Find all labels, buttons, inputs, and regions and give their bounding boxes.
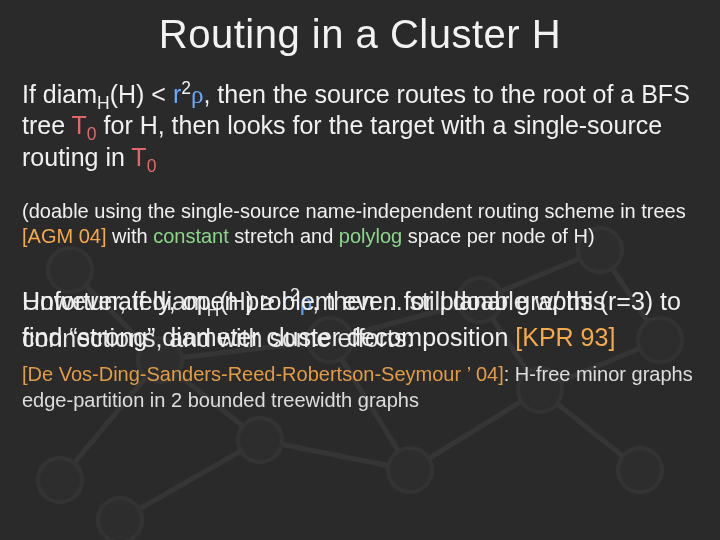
overlap-front-layer: Unfortunately, open problem even for pla… xyxy=(22,283,698,356)
paragraph-1: If diamH(H) < r2ρ, then the source route… xyxy=(22,79,698,173)
paragraph-2: (doable using the single-source name-ind… xyxy=(22,199,698,249)
p1-sub0a: 0 xyxy=(87,124,97,144)
svg-point-14 xyxy=(38,458,82,502)
p2-t3: stretch and xyxy=(229,225,339,247)
svg-point-25 xyxy=(618,448,662,492)
overlapping-paragraphs: However, if diamH(H) ≥ r2ρ, then ... sti… xyxy=(22,283,698,453)
p1-t4: for H, then looks for the target with a … xyxy=(22,111,662,170)
p2-t1: (doable using the single-source name-ind… xyxy=(22,200,686,222)
p2-polylog: polylog xyxy=(339,225,402,247)
p1-paren: (H) < xyxy=(110,80,173,108)
svg-point-20 xyxy=(388,448,432,492)
p1-r: r xyxy=(173,80,181,108)
p1-T2: T xyxy=(131,143,146,171)
slide-title: Routing in a Cluster H xyxy=(22,12,698,57)
p2-cite: [AGM 04] xyxy=(22,225,106,247)
note-cite: [De Vos-Ding-Sanders-Reed-Robertson-Seym… xyxy=(22,363,504,385)
p2-t4: space per node of H) xyxy=(402,225,594,247)
ovf-cite: [KPR 93] xyxy=(515,323,615,351)
svg-point-18 xyxy=(98,498,142,540)
p1-sub0b: 0 xyxy=(147,156,157,176)
p1-rho: ρ xyxy=(191,81,203,108)
p2-t2: with xyxy=(106,225,153,247)
p1-text: If diam xyxy=(22,80,97,108)
p1-subH: H xyxy=(97,93,110,113)
p2-const: constant xyxy=(153,225,229,247)
p1-T: T xyxy=(72,111,87,139)
p1-sup2: 2 xyxy=(181,78,191,98)
overlap-sub-note: [De Vos-Ding-Sanders-Reed-Robertson-Seym… xyxy=(22,361,698,413)
